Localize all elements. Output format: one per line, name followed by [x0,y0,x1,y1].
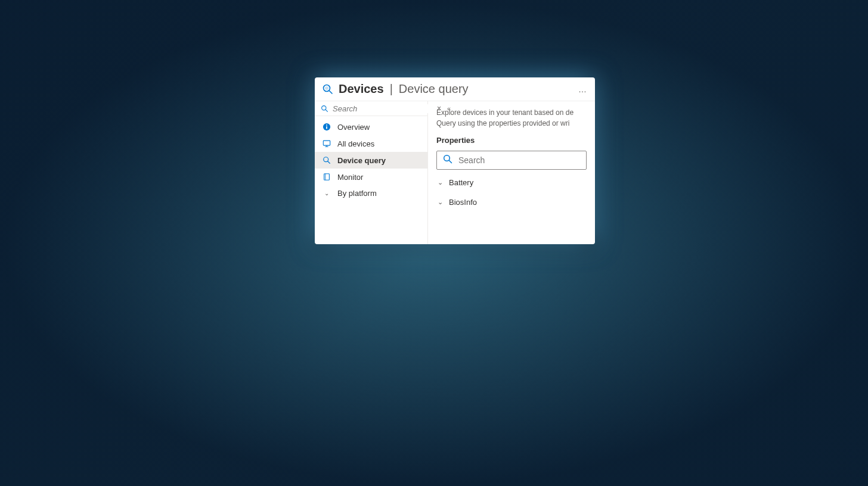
properties-heading: Properties [436,136,587,145]
sidebar-item-device-query[interactable]: Device query [315,152,427,169]
panel-body: × « Overview [315,101,595,244]
page-title: Devices [339,82,384,96]
svg-line-1 [330,91,333,94]
search-icon [322,155,331,165]
sidebar-item-by-platform[interactable]: ⌄ By platform [315,185,427,201]
search-magnifier-icon [322,83,334,95]
sidebar-item-label: By platform [337,189,377,198]
svg-line-4 [326,110,327,111]
info-icon [322,122,331,132]
property-group-label: BiosInfo [449,198,477,207]
sidebar-item-label: Device query [337,156,386,165]
svg-point-7 [326,124,327,126]
intro-line1: Explore devices in your tenant based on … [436,108,574,117]
sidebar-item-label: Overview [337,123,370,132]
svg-point-2 [325,86,328,90]
sidebar-item-monitor[interactable]: Monitor [315,169,427,185]
property-group-label: Battery [449,178,473,187]
properties-search-input[interactable] [458,155,580,165]
intro-line2: Query using the properties provided or w… [436,119,569,127]
monitor-icon [322,139,331,148]
search-icon [320,104,329,113]
svg-rect-13 [324,174,330,180]
property-group-battery[interactable]: ⌄ Battery [436,176,587,189]
content-pane: Explore devices in your tenant based on … [428,101,595,244]
page-subtitle: Device query [399,82,469,96]
more-actions-button[interactable]: … [578,85,588,94]
sidebar-item-label: Monitor [337,173,363,182]
device-query-panel: Devices | Device query … × « [315,77,595,244]
chevron-down-icon: ⌄ [438,179,443,186]
sidebar-item-label: All devices [337,139,374,148]
nav-list: Overview All devices [315,116,427,201]
sidebar-search-row: × « [315,101,427,116]
svg-line-16 [449,160,451,163]
sidebar-search-input[interactable] [333,104,433,113]
title-separator: | [390,82,393,96]
sidebar-item-overview[interactable]: Overview [315,119,427,135]
svg-line-12 [328,161,330,164]
svg-rect-6 [326,126,327,129]
sidebar: × « Overview [315,101,428,244]
chevron-down-icon: ⌄ [322,190,331,197]
book-icon [322,172,331,182]
chevron-down-icon: ⌄ [438,198,443,206]
panel-header: Devices | Device query … [315,77,595,101]
property-group-biosinfo[interactable]: ⌄ BiosInfo [436,195,587,209]
search-icon [443,154,452,166]
svg-rect-8 [323,141,330,145]
intro-text: Explore devices in your tenant based on … [436,107,587,129]
sidebar-item-all-devices[interactable]: All devices [315,135,427,152]
properties-search-box[interactable] [436,151,587,170]
